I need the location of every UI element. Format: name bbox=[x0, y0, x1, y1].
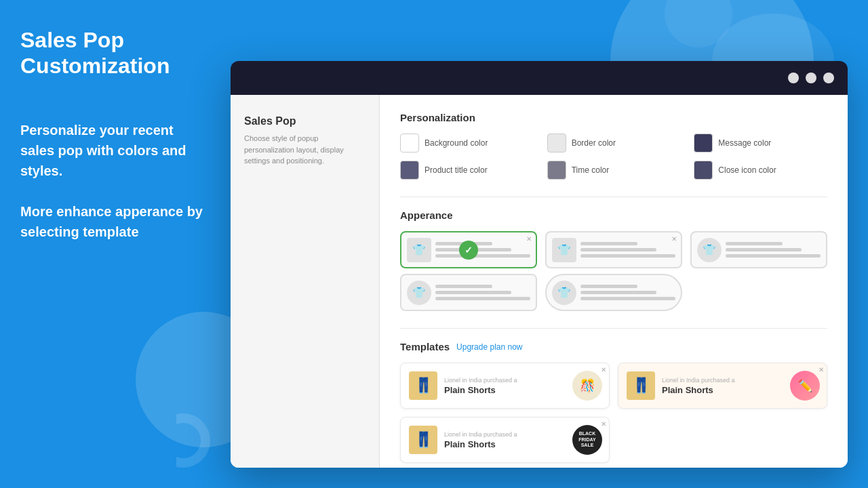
appearance-grid-row1: 👕 ✓ ✕ 👕 bbox=[400, 231, 827, 268]
main-window: Sales Pop Choose style of popup personal… bbox=[231, 61, 848, 468]
color-item-close-icon[interactable]: Close icon color bbox=[694, 161, 827, 180]
color-item-background[interactable]: Background color bbox=[400, 134, 534, 152]
template-line bbox=[435, 254, 530, 258]
template-line bbox=[580, 291, 656, 294]
close-icon-color-swatch[interactable] bbox=[694, 161, 713, 180]
color-grid: Background color Border color Message co… bbox=[400, 134, 827, 180]
template-line bbox=[726, 254, 821, 258]
window-btn-2[interactable] bbox=[806, 73, 816, 83]
window-btn-1[interactable] bbox=[788, 73, 799, 83]
upgrade-plan-link[interactable]: Upgrade plan now bbox=[456, 342, 522, 352]
appearance-section-title: Apperance bbox=[400, 209, 827, 221]
template-line bbox=[580, 297, 675, 300]
sidebar-description: Choose style of popup personalization la… bbox=[244, 133, 366, 167]
appearance-grid-row2: 👕 👕 bbox=[400, 274, 827, 311]
black-friday-badge-icon: BLACKFRIDAYSALE bbox=[572, 425, 602, 455]
template-4-icon: 👕 bbox=[407, 281, 431, 305]
template-popup-2-product-img: 👖 bbox=[627, 371, 655, 400]
template-popup-3-product-img: 👖 bbox=[409, 426, 437, 454]
product-title-color-label: Product title color bbox=[425, 165, 488, 175]
close-icon-color-label: Close icon color bbox=[718, 165, 776, 175]
selected-check-icon: ✓ bbox=[459, 241, 478, 260]
template-2-icon: 👕 bbox=[552, 238, 576, 262]
template-popup-1-close-icon[interactable]: ✕ bbox=[601, 366, 606, 373]
template-line bbox=[726, 248, 802, 251]
template-3-lines bbox=[726, 242, 821, 258]
border-color-label: Border color bbox=[572, 138, 616, 148]
divider-1 bbox=[400, 197, 827, 197]
template-line bbox=[580, 248, 656, 251]
template-2-close-icon[interactable]: ✕ bbox=[671, 235, 677, 243]
personalization-section-title: Personalization bbox=[400, 112, 827, 123]
divider-2 bbox=[400, 328, 827, 329]
content-panel: Personalization Background color Border … bbox=[380, 95, 848, 468]
appearance-template-1[interactable]: 👕 ✓ ✕ bbox=[400, 231, 537, 268]
background-color-swatch[interactable] bbox=[400, 134, 419, 152]
pink-badge-icon: ✏️ bbox=[790, 371, 820, 401]
template-popup-1-product-img: 👖 bbox=[409, 371, 437, 400]
template-line bbox=[435, 285, 492, 288]
template-1-close-icon[interactable]: ✕ bbox=[526, 235, 532, 243]
message-color-swatch[interactable] bbox=[694, 134, 713, 152]
confetti-badge-icon: 🎊 bbox=[572, 371, 602, 401]
color-item-message[interactable]: Message color bbox=[694, 134, 827, 152]
template-popup-1-badge: 🎊 bbox=[572, 371, 602, 401]
template-5-lines bbox=[580, 285, 675, 300]
templates-grid: 👖 Lionel in India purchased a Plain Shor… bbox=[400, 363, 827, 463]
background-color-label: Background color bbox=[425, 138, 488, 148]
template-popup-3[interactable]: 👖 Lionel in India purchased a Plain Shor… bbox=[400, 417, 610, 463]
appearance-placeholder bbox=[690, 274, 827, 311]
template-line bbox=[580, 254, 675, 258]
border-color-swatch[interactable] bbox=[547, 134, 566, 152]
window-btn-3[interactable] bbox=[823, 73, 834, 83]
template-3-icon: 👕 bbox=[697, 238, 722, 262]
message-color-label: Message color bbox=[718, 138, 771, 148]
sidebar-title: Sales Pop bbox=[244, 115, 366, 127]
template-4-lines bbox=[435, 285, 530, 300]
templates-section-title: Templates bbox=[400, 341, 450, 352]
template-line bbox=[580, 242, 637, 245]
template-line bbox=[726, 242, 783, 245]
template-line bbox=[580, 285, 637, 288]
template-2-lines bbox=[580, 242, 675, 258]
product-title-color-swatch[interactable] bbox=[400, 161, 419, 180]
template-popup-3-close-icon[interactable]: ✕ bbox=[601, 420, 606, 428]
appearance-template-4[interactable]: 👕 bbox=[400, 274, 537, 311]
color-item-product-title[interactable]: Product title color bbox=[400, 161, 534, 180]
sidebar: Sales Pop Choose style of popup personal… bbox=[231, 95, 380, 468]
template-line bbox=[435, 291, 511, 294]
color-item-border[interactable]: Border color bbox=[547, 134, 681, 152]
appearance-template-5[interactable]: 👕 bbox=[545, 274, 682, 311]
template-1-lines bbox=[435, 242, 530, 258]
template-1-icon: 👕 bbox=[407, 238, 431, 262]
time-color-swatch[interactable] bbox=[547, 161, 566, 180]
template-popup-2-close-icon[interactable]: ✕ bbox=[818, 366, 824, 373]
template-popup-3-badge: BLACKFRIDAYSALE bbox=[572, 425, 602, 455]
appearance-template-3[interactable]: 👕 bbox=[690, 231, 827, 268]
template-5-icon: 👕 bbox=[552, 281, 576, 305]
templates-header: Templates Upgrade plan now bbox=[400, 341, 827, 352]
appearance-template-2[interactable]: 👕 ✕ bbox=[545, 231, 682, 268]
template-line bbox=[435, 297, 530, 300]
window-body: Sales Pop Choose style of popup personal… bbox=[231, 95, 848, 468]
left-panel: Sales Pop Customization Personalize your… bbox=[0, 0, 231, 488]
color-item-time[interactable]: Time color bbox=[547, 161, 681, 180]
time-color-label: Time color bbox=[572, 165, 610, 175]
template-popup-2-badge: ✏️ bbox=[790, 371, 820, 401]
template-popup-2[interactable]: 👖 Lionel in India purchased a Plain Shor… bbox=[618, 363, 827, 409]
template-popup-1[interactable]: 👖 Lionel in India purchased a Plain Shor… bbox=[400, 363, 610, 409]
page-title: Sales Pop Customization bbox=[20, 27, 210, 79]
page-description: Personalize your recent sales pop with c… bbox=[20, 120, 210, 242]
title-bar bbox=[231, 61, 848, 95]
